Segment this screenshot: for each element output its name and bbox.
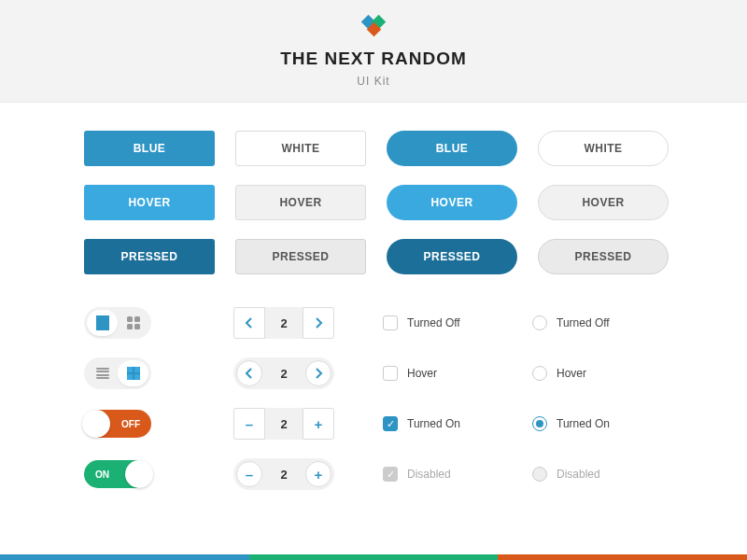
plus-button[interactable]: + bbox=[303, 408, 334, 440]
stepper-pill-plusminus: – 2 + bbox=[233, 458, 334, 490]
radio-off[interactable]: Turned Off bbox=[532, 315, 610, 330]
button-grid: BLUE WHITE BLUE WHITE HOVER HOVER HOVER … bbox=[84, 131, 663, 274]
next-button[interactable] bbox=[305, 360, 331, 386]
prev-button[interactable] bbox=[236, 360, 262, 386]
radio-disabled: Disabled bbox=[532, 467, 600, 482]
checkbox-on[interactable]: ✓Turned On bbox=[383, 416, 460, 431]
stepper-value: 2 bbox=[265, 408, 303, 440]
toggle-knob bbox=[125, 460, 153, 488]
white-pressed-button[interactable]: PRESSED bbox=[235, 239, 366, 274]
stepper-value: 2 bbox=[262, 461, 305, 487]
blue-pill-button[interactable]: BLUE bbox=[387, 131, 517, 166]
stepper-value: 2 bbox=[265, 307, 303, 339]
view-segmented-lines-active[interactable] bbox=[84, 307, 151, 339]
checkbox-hover[interactable]: Hover bbox=[383, 366, 437, 381]
grid-view-icon[interactable] bbox=[118, 360, 148, 386]
white-button[interactable]: WHITE bbox=[235, 131, 366, 166]
white-hover-button[interactable]: HOVER bbox=[235, 185, 366, 220]
stepper-value: 2 bbox=[262, 360, 305, 386]
view-segmented-grid-active[interactable] bbox=[84, 357, 151, 389]
white-pill-hover-button[interactable]: HOVER bbox=[538, 185, 669, 220]
white-pill-button[interactable]: WHITE bbox=[538, 131, 669, 166]
radio-hover[interactable]: Hover bbox=[532, 366, 586, 381]
white-pill-pressed-button[interactable]: PRESSED bbox=[538, 239, 669, 274]
blue-pill-hover-button[interactable]: HOVER bbox=[387, 185, 517, 220]
page-subtitle: UI Kit bbox=[0, 75, 747, 88]
checkbox-off[interactable]: Turned Off bbox=[383, 315, 460, 330]
next-button[interactable] bbox=[303, 307, 334, 339]
grid-view-icon[interactable] bbox=[118, 310, 148, 336]
blue-hover-button[interactable]: HOVER bbox=[84, 185, 215, 220]
toggle-knob bbox=[82, 410, 110, 438]
checkbox-disabled: ✓Disabled bbox=[383, 467, 451, 482]
radio-on[interactable]: Turned On bbox=[532, 416, 610, 431]
stepper-square: 2 bbox=[233, 307, 334, 339]
lines-view-icon[interactable] bbox=[87, 310, 118, 336]
footer-stripe bbox=[0, 554, 747, 560]
page-title: THE NEXT RANDOM bbox=[0, 49, 747, 69]
blue-pill-pressed-button[interactable]: PRESSED bbox=[387, 239, 517, 274]
minus-button[interactable]: – bbox=[236, 461, 262, 487]
plus-button[interactable]: + bbox=[305, 461, 331, 487]
stepper-pill-chevron: 2 bbox=[233, 357, 334, 389]
page-header: THE NEXT RANDOM UI Kit bbox=[0, 0, 747, 103]
blue-pressed-button[interactable]: PRESSED bbox=[84, 239, 215, 274]
lines-view-icon[interactable] bbox=[87, 360, 118, 386]
blue-button[interactable]: BLUE bbox=[84, 131, 215, 166]
stepper-square-plusminus: – 2 + bbox=[233, 408, 334, 440]
logo-icon bbox=[363, 17, 384, 37]
toggle-on[interactable]: ON bbox=[84, 460, 151, 488]
prev-button[interactable] bbox=[233, 307, 265, 339]
minus-button[interactable]: – bbox=[233, 408, 265, 440]
toggle-off[interactable]: OFF bbox=[84, 410, 151, 438]
